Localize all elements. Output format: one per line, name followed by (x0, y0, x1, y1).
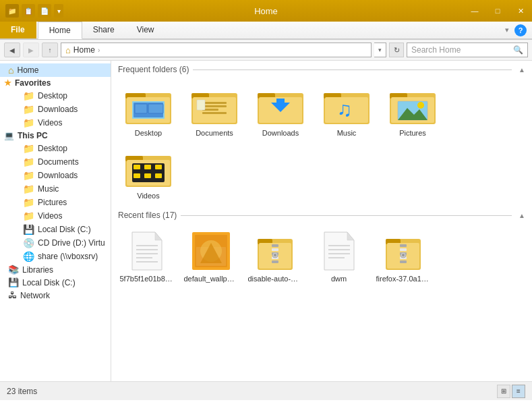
svg-rect-13 (202, 112, 227, 114)
svg-rect-37 (144, 173, 151, 178)
sidebar-thispc-header[interactable]: 💻 This PC (0, 130, 111, 142)
libraries-icon: 📚 (8, 265, 19, 275)
recent-files-title: Recent files (17) (118, 211, 177, 220)
up-button[interactable]: ↑ (42, 43, 58, 57)
folder-item-music[interactable]: ♫ Music (316, 81, 377, 140)
localdisk-icon: 💾 (8, 277, 19, 287)
folder-item-videos[interactable]: Videos (118, 144, 179, 202)
folder-item-downloads[interactable]: Downloads (250, 81, 311, 140)
folder-item-desktop[interactable]: Desktop (118, 81, 179, 140)
quick-access-dropdown[interactable]: ▾ (54, 4, 63, 18)
sidebar-item-downloads-fav[interactable]: 📁 Downloads (15, 103, 111, 116)
folder-item-pictures[interactable]: Pictures (382, 81, 443, 140)
sidebar: ⌂ Home ★ Favorites 📁 Desktop 📁 Downloads… (0, 61, 111, 381)
sidebar-libraries-label: Libraries (22, 265, 53, 275)
svg-rect-55 (272, 248, 278, 251)
file-label-5: firefox-37.0a1.en... (376, 275, 430, 283)
videos-folder-label: Videos (137, 192, 159, 200)
back-button[interactable]: ◀ (4, 43, 20, 57)
sidebar-item-music-pc[interactable]: 📁 Music (15, 182, 111, 196)
view-grid-button[interactable]: ⊞ (497, 385, 510, 398)
sidebar-desktop-fav-label: Desktop (38, 91, 67, 101)
svg-rect-11 (202, 105, 227, 107)
sidebar-item-network[interactable]: 🖧 Network (0, 289, 111, 302)
maximize-button[interactable]: □ (486, 0, 509, 22)
quick-access-2[interactable]: 📄 (38, 4, 51, 18)
sidebar-favorites-header[interactable]: ★ Favorites (0, 77, 111, 89)
address-home-icon: ⌂ (65, 45, 71, 55)
documents-folder-icon (190, 84, 239, 127)
svg-rect-33 (134, 165, 140, 169)
svg-rect-5 (135, 104, 147, 113)
section-divider (193, 70, 512, 70)
sidebar-cddrive-pc-label: CD Drive (D:) Virtu (38, 238, 105, 248)
zip-file-icon-2 (382, 229, 425, 273)
tab-file[interactable]: File (0, 22, 36, 38)
svg-rect-71 (400, 248, 407, 251)
sidebar-item-videos-fav[interactable]: 📁 Videos (15, 116, 111, 130)
file-item-5[interactable]: firefox-37.0a1.en... (374, 227, 432, 285)
sidebar-item-localdisk-pc[interactable]: 💾 Local Disk (C:) (15, 223, 111, 236)
refresh-button[interactable]: ↻ (389, 43, 404, 57)
sidebar-item-documents-pc[interactable]: 📁 Documents (15, 155, 111, 169)
address-dropdown-button[interactable]: ▾ (374, 43, 386, 57)
sidebar-item-desktop-pc[interactable]: 📁 Desktop (15, 142, 111, 155)
tab-share[interactable]: Share (82, 22, 126, 38)
sidebar-item-cddrive-pc[interactable]: 💿 CD Drive (D:) Virtu (15, 236, 111, 250)
help-icon[interactable]: ? (514, 24, 527, 36)
file-item-1[interactable]: 5f7b5f1e01b8376... (118, 227, 175, 285)
svg-rect-70 (400, 244, 407, 247)
text-file-icon-1 (125, 229, 169, 273)
folder-icon: 📁 (23, 104, 34, 115)
sidebar-item-desktop-fav[interactable]: 📁 Desktop (15, 89, 111, 103)
address-path-arrow: › (98, 47, 100, 54)
svg-point-60 (274, 254, 276, 256)
ribbon-chevron[interactable]: ▾ (505, 26, 509, 34)
downloads-folder-label: Downloads (262, 129, 299, 137)
file-item-3[interactable]: disable-auto-arr... (246, 227, 303, 285)
file-item-2[interactable]: default_wallpape... (182, 227, 239, 285)
folder-icon: 📁 (23, 170, 34, 181)
section-divider-2 (181, 215, 512, 216)
sidebar-item-localdisk[interactable]: 💾 Local Disk (C:) (0, 276, 111, 289)
file-label-4: dwm (331, 275, 347, 283)
titlebar: 📁 📋 📄 ▾ Home — □ ✕ (0, 0, 532, 22)
sidebar-home-label: Home (17, 65, 38, 75)
svg-marker-62 (347, 232, 354, 240)
frequent-collapse-button[interactable]: ▲ (519, 66, 525, 74)
address-bar: ◀ ▶ ↑ ⌂ Home › ▾ ↻ Search Home 🔍 (0, 40, 532, 61)
address-input[interactable]: ⌂ Home › (61, 43, 372, 57)
sidebar-item-videos-pc[interactable]: 📁 Videos (15, 209, 111, 223)
downloads-folder-icon (256, 84, 305, 127)
svg-point-28 (417, 102, 424, 109)
svg-rect-36 (134, 173, 140, 178)
sidebar-item-pictures-pc[interactable]: 📁 Pictures (15, 196, 111, 209)
search-box[interactable]: Search Home 🔍 (407, 43, 528, 57)
app-icon: 📁 (5, 4, 19, 18)
tab-home[interactable]: Home (38, 22, 82, 39)
ribbon-tab-bar: File Home Share View ▾ ? (0, 22, 532, 39)
sidebar-item-libraries[interactable]: 📚 Libraries (0, 263, 111, 276)
drive-icon: 💾 (23, 224, 34, 235)
file-item-4[interactable]: dwm (310, 227, 367, 285)
folder-icon: 📁 (23, 117, 34, 128)
home-icon: ⌂ (8, 65, 13, 76)
forward-button[interactable]: ▶ (23, 43, 39, 57)
minimize-button[interactable]: — (463, 0, 486, 22)
frequent-folders-row2: Videos (111, 144, 532, 206)
recent-collapse-button[interactable]: ▲ (519, 212, 525, 219)
svg-rect-35 (155, 165, 162, 169)
folder-icon: 📁 (23, 157, 34, 167)
tab-view[interactable]: View (126, 22, 166, 38)
sidebar-item-home[interactable]: ⌂ Home (0, 63, 111, 77)
quick-access-1[interactable]: 📋 (22, 4, 35, 18)
close-button[interactable]: ✕ (509, 0, 532, 22)
sidebar-item-share-pc[interactable]: 🌐 share (\\vboxsrv) (15, 250, 111, 263)
sidebar-network-label: Network (20, 291, 50, 300)
zip-file-icon-1 (254, 229, 297, 273)
view-list-button[interactable]: ≡ (512, 385, 525, 398)
favorites-label: Favorites (15, 78, 51, 88)
sidebar-localdisk-pc-label: Local Disk (C:) (38, 225, 91, 234)
sidebar-item-downloads-pc[interactable]: 📁 Downloads (15, 169, 111, 182)
folder-item-documents[interactable]: Documents (184, 81, 245, 140)
